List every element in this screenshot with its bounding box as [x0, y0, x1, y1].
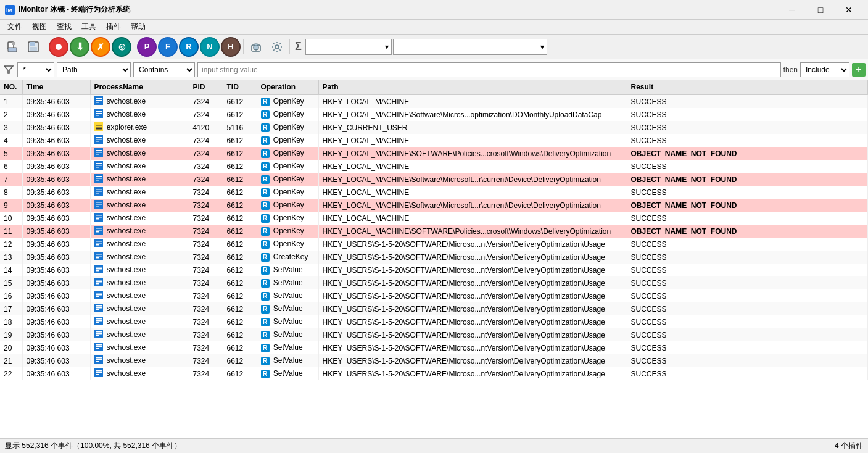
- table-row[interactable]: 20 09:35:46 603 svchost.exe 7324 6612 R …: [0, 341, 868, 354]
- close-button[interactable]: ✕: [835, 0, 863, 20]
- svg-rect-100: [96, 374, 99, 375]
- menu-help[interactable]: 帮助: [126, 20, 151, 33]
- table-row[interactable]: 3 09:35:46 603 explorer.exe 4120 5116 R …: [0, 121, 868, 134]
- process-icon: [94, 135, 103, 146]
- svg-rect-16: [96, 102, 99, 103]
- cell-operation: R OpenKey: [257, 134, 318, 147]
- table-row[interactable]: 15 09:35:46 603 svchost.exe 7324 6612 R …: [0, 276, 868, 289]
- r-button[interactable]: R: [179, 37, 199, 57]
- cell-result: SUCCESS: [627, 302, 868, 315]
- cell-path: HKEY_CURRENT_USER: [318, 121, 627, 134]
- table-row[interactable]: 17 09:35:46 603 svchost.exe 7324 6612 R …: [0, 302, 868, 315]
- cell-process: svchost.exe: [90, 289, 189, 302]
- table-row[interactable]: 16 09:35:46 603 svchost.exe 7324 6612 R …: [0, 289, 868, 302]
- col-header-result[interactable]: Result: [627, 80, 868, 94]
- cell-no: 15: [0, 276, 22, 289]
- camera-button[interactable]: [246, 37, 266, 57]
- table-row[interactable]: 18 09:35:46 603 svchost.exe 7324 6612 R …: [0, 315, 868, 328]
- svg-rect-3: [12, 42, 15, 45]
- cell-path: HKEY_LOCAL_MACHINE\SOFTWARE\Policies...c…: [318, 147, 627, 160]
- filter-text-input[interactable]: [197, 62, 781, 77]
- clear-button[interactable]: ✗: [91, 37, 110, 57]
- cell-result: SUCCESS: [627, 315, 868, 328]
- locate-button[interactable]: ◎: [112, 37, 131, 57]
- menu-tools[interactable]: 工具: [76, 20, 101, 33]
- table-row[interactable]: 2 09:35:46 603 svchost.exe 7324 6612 R O…: [0, 108, 868, 121]
- col-header-tid[interactable]: TID: [223, 80, 257, 94]
- gear-button[interactable]: [267, 37, 287, 57]
- table-row[interactable]: 8 09:35:46 603 svchost.exe 7324 6612 R O…: [0, 186, 868, 199]
- cell-operation: R SetValue: [257, 354, 318, 367]
- save-button[interactable]: [23, 37, 43, 57]
- col-header-path[interactable]: Path: [318, 80, 627, 94]
- table-row[interactable]: 21 09:35:46 603 svchost.exe 7324 6612 R …: [0, 354, 868, 367]
- cell-path: HKEY_LOCAL_MACHINE: [318, 134, 627, 147]
- table-row[interactable]: 19 09:35:46 603 svchost.exe 7324 6612 R …: [0, 328, 868, 341]
- svg-rect-72: [96, 283, 99, 285]
- process-icon: [94, 174, 103, 185]
- filter-add-button[interactable]: +: [852, 63, 866, 77]
- h-button[interactable]: H: [221, 37, 241, 57]
- table-row[interactable]: 10 09:35:46 603 svchost.exe 7324 6612 R …: [0, 212, 868, 225]
- table-row[interactable]: 12 09:35:46 603 svchost.exe 7324 6612 R …: [0, 238, 868, 251]
- col-header-operation[interactable]: Operation: [257, 80, 318, 94]
- process-icon: [94, 239, 103, 249]
- table-row[interactable]: 1 09:35:46 603 svchost.exe 7324 6612 R O…: [0, 94, 868, 108]
- toolbar-dropdown-2[interactable]: ▾: [393, 39, 547, 55]
- minimize-button[interactable]: ─: [778, 0, 806, 20]
- cell-time: 09:35:46 603: [22, 160, 90, 173]
- f-button[interactable]: F: [158, 37, 178, 57]
- filter-path-select[interactable]: Path: [57, 62, 131, 77]
- table-row[interactable]: 9 09:35:46 603 svchost.exe 7324 6612 R O…: [0, 199, 868, 212]
- svg-rect-62: [96, 254, 102, 255]
- cell-operation: R OpenKey: [257, 160, 318, 173]
- file-button[interactable]: [2, 37, 22, 57]
- table-row[interactable]: 11 09:35:46 603 svchost.exe 7324 6612 R …: [0, 225, 868, 238]
- col-header-process[interactable]: ProcessName: [90, 80, 189, 94]
- n-button[interactable]: N: [200, 37, 220, 57]
- svg-rect-94: [96, 357, 102, 359]
- cell-time: 09:35:46 603: [22, 134, 90, 147]
- process-name: svchost.exe: [107, 330, 146, 339]
- op-badge: R: [261, 110, 270, 119]
- filter-include-select[interactable]: Include: [800, 62, 849, 77]
- download-button[interactable]: ⬇: [70, 37, 89, 57]
- table-row[interactable]: 6 09:35:46 603 svchost.exe 7324 6612 R O…: [0, 160, 868, 173]
- svg-rect-83: [96, 320, 102, 322]
- cell-operation: R SetValue: [257, 328, 318, 341]
- col-header-pid[interactable]: PID: [189, 80, 223, 94]
- menu-search[interactable]: 查找: [52, 20, 76, 33]
- table-row[interactable]: 14 09:35:46 603 svchost.exe 7324 6612 R …: [0, 264, 868, 276]
- table-row[interactable]: 5 09:35:46 603 svchost.exe 7324 6612 R O…: [0, 147, 868, 160]
- menu-view[interactable]: 视图: [27, 20, 52, 33]
- cell-tid: 6612: [223, 160, 257, 173]
- menu-file[interactable]: 文件: [2, 20, 27, 33]
- table-row[interactable]: 4 09:35:46 603 svchost.exe 7324 6612 R O…: [0, 134, 868, 147]
- cell-path: HKEY_USERS\S-1-5-20\SOFTWARE\Microso...n…: [318, 238, 627, 251]
- cell-result: SUCCESS: [627, 251, 868, 264]
- table-row[interactable]: 22 09:35:46 603 svchost.exe 7324 6612 R …: [0, 367, 868, 380]
- cell-result: OBJECT_NAME_NOT_FOUND: [627, 173, 868, 186]
- table-row[interactable]: 13 09:35:46 603 svchost.exe 7324 6612 R …: [0, 251, 868, 264]
- record-button[interactable]: [49, 37, 68, 57]
- cell-process: svchost.exe: [90, 302, 189, 315]
- svg-rect-70: [96, 280, 102, 281]
- table-row[interactable]: 7 09:35:46 603 svchost.exe 7324 6612 R O…: [0, 173, 868, 186]
- process-name: svchost.exe: [107, 317, 146, 326]
- maximize-button[interactable]: □: [806, 0, 835, 20]
- col-header-no[interactable]: NO.: [0, 80, 22, 94]
- p-button[interactable]: P: [137, 37, 157, 57]
- svg-rect-88: [96, 335, 99, 336]
- col-header-time[interactable]: Time: [22, 80, 90, 94]
- menu-plugins[interactable]: 插件: [101, 20, 126, 33]
- svg-rect-96: [96, 361, 99, 362]
- filter-contains-select[interactable]: Contains: [133, 62, 195, 77]
- cell-operation: R OpenKey: [257, 173, 318, 186]
- filter-then-label: then: [783, 65, 798, 74]
- svg-rect-22: [96, 125, 102, 126]
- svg-rect-28: [96, 141, 99, 142]
- sum-icon: Σ: [292, 40, 304, 53]
- filter-star-select[interactable]: *: [17, 62, 54, 77]
- toolbar-dropdown-1[interactable]: ▾: [305, 39, 392, 55]
- cell-pid: 4120: [189, 121, 223, 134]
